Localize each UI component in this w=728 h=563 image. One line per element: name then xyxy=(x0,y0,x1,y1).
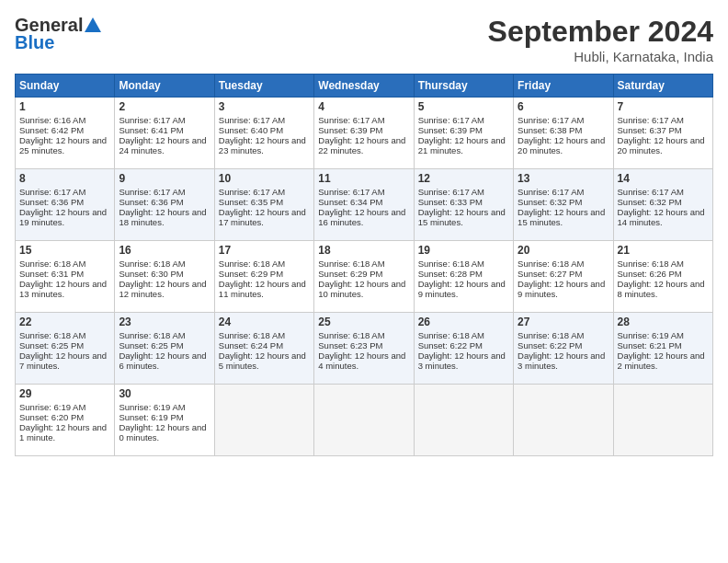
sunset-text: Sunset: 6:27 PM xyxy=(518,269,582,279)
sunset-text: Sunset: 6:40 PM xyxy=(219,125,283,135)
calendar-table: SundayMondayTuesdayWednesdayThursdayFrid… xyxy=(15,74,713,456)
day-number: 7 xyxy=(618,100,709,113)
sunset-text: Sunset: 6:26 PM xyxy=(618,269,682,279)
day-number: 9 xyxy=(119,172,210,185)
calendar-day-cell xyxy=(613,385,712,456)
sunset-text: Sunset: 6:29 PM xyxy=(219,269,283,279)
sunrise-text: Sunrise: 6:19 AM xyxy=(19,402,85,412)
calendar-day-cell: 26Sunrise: 6:18 AMSunset: 6:22 PMDayligh… xyxy=(414,313,513,385)
daylight-text: Daylight: 12 hours and 24 minutes. xyxy=(119,135,206,155)
daylight-text: Daylight: 12 hours and 0 minutes. xyxy=(119,422,206,442)
logo: General Blue xyxy=(15,15,103,53)
sunrise-text: Sunrise: 6:18 AM xyxy=(19,330,85,340)
calendar-day-cell: 28Sunrise: 6:19 AMSunset: 6:21 PMDayligh… xyxy=(613,313,712,385)
day-number: 15 xyxy=(19,244,110,257)
calendar-day-cell: 16Sunrise: 6:18 AMSunset: 6:30 PMDayligh… xyxy=(115,241,214,313)
calendar-day-cell: 14Sunrise: 6:17 AMSunset: 6:32 PMDayligh… xyxy=(613,169,712,241)
calendar-week-row: 8Sunrise: 6:17 AMSunset: 6:36 PMDaylight… xyxy=(16,169,713,241)
calendar-week-row: 1Sunrise: 6:16 AMSunset: 6:42 PMDaylight… xyxy=(16,98,713,169)
sunset-text: Sunset: 6:24 PM xyxy=(219,340,283,350)
daylight-text: Daylight: 12 hours and 20 minutes. xyxy=(618,135,705,155)
sunrise-text: Sunrise: 6:17 AM xyxy=(318,187,384,197)
calendar-day-cell: 30Sunrise: 6:19 AMSunset: 6:19 PMDayligh… xyxy=(115,385,214,456)
calendar-header-cell: Wednesday xyxy=(314,75,414,98)
sunrise-text: Sunrise: 6:17 AM xyxy=(19,187,85,197)
calendar-day-cell: 22Sunrise: 6:18 AMSunset: 6:25 PMDayligh… xyxy=(16,313,115,385)
sunrise-text: Sunrise: 6:17 AM xyxy=(119,115,185,125)
day-number: 21 xyxy=(618,244,709,257)
daylight-text: Daylight: 12 hours and 25 minutes. xyxy=(19,135,107,155)
sunset-text: Sunset: 6:42 PM xyxy=(19,125,84,135)
calendar-header-cell: Tuesday xyxy=(214,75,313,98)
day-number: 12 xyxy=(418,172,509,185)
day-number: 23 xyxy=(119,316,210,328)
calendar-day-cell: 11Sunrise: 6:17 AMSunset: 6:34 PMDayligh… xyxy=(314,169,414,241)
calendar-day-cell: 6Sunrise: 6:17 AMSunset: 6:38 PMDaylight… xyxy=(514,98,613,169)
day-number: 14 xyxy=(618,172,709,185)
day-number: 30 xyxy=(119,387,210,400)
sunrise-text: Sunrise: 6:17 AM xyxy=(618,115,684,125)
sunset-text: Sunset: 6:39 PM xyxy=(318,125,382,135)
day-number: 10 xyxy=(219,172,310,185)
day-number: 26 xyxy=(418,316,509,328)
calendar-week-row: 22Sunrise: 6:18 AMSunset: 6:25 PMDayligh… xyxy=(16,313,713,385)
daylight-text: Daylight: 12 hours and 3 minutes. xyxy=(418,350,506,371)
sunrise-text: Sunrise: 6:17 AM xyxy=(518,187,584,197)
daylight-text: Daylight: 12 hours and 5 minutes. xyxy=(219,350,306,371)
daylight-text: Daylight: 12 hours and 22 minutes. xyxy=(318,135,405,155)
sunset-text: Sunset: 6:38 PM xyxy=(518,125,582,135)
sunset-text: Sunset: 6:31 PM xyxy=(19,269,84,279)
calendar-day-cell: 25Sunrise: 6:18 AMSunset: 6:23 PMDayligh… xyxy=(314,313,414,385)
sunset-text: Sunset: 6:35 PM xyxy=(219,197,283,207)
day-number: 20 xyxy=(518,244,609,257)
calendar-day-cell: 1Sunrise: 6:16 AMSunset: 6:42 PMDaylight… xyxy=(16,98,115,169)
sunset-text: Sunset: 6:37 PM xyxy=(618,125,682,135)
day-number: 6 xyxy=(518,100,609,113)
daylight-text: Daylight: 12 hours and 12 minutes. xyxy=(119,279,206,299)
day-number: 18 xyxy=(318,244,409,257)
daylight-text: Daylight: 12 hours and 23 minutes. xyxy=(219,135,306,155)
calendar-day-cell xyxy=(414,385,513,456)
sunrise-text: Sunrise: 6:18 AM xyxy=(418,330,484,340)
daylight-text: Daylight: 12 hours and 13 minutes. xyxy=(19,279,107,299)
daylight-text: Daylight: 12 hours and 7 minutes. xyxy=(19,350,107,371)
daylight-text: Daylight: 12 hours and 15 minutes. xyxy=(418,207,506,227)
calendar-day-cell: 8Sunrise: 6:17 AMSunset: 6:36 PMDaylight… xyxy=(16,169,115,241)
sunset-text: Sunset: 6:34 PM xyxy=(318,197,382,207)
calendar-header-cell: Friday xyxy=(514,75,613,98)
calendar-day-cell: 21Sunrise: 6:18 AMSunset: 6:26 PMDayligh… xyxy=(613,241,712,313)
calendar-week-row: 29Sunrise: 6:19 AMSunset: 6:20 PMDayligh… xyxy=(16,385,713,456)
day-number: 1 xyxy=(19,100,110,113)
logo-icon xyxy=(83,16,103,36)
sunset-text: Sunset: 6:30 PM xyxy=(119,269,183,279)
daylight-text: Daylight: 12 hours and 9 minutes. xyxy=(518,279,605,299)
daylight-text: Daylight: 12 hours and 10 minutes. xyxy=(318,279,405,299)
month-title: September 2024 xyxy=(488,15,713,49)
daylight-text: Daylight: 12 hours and 8 minutes. xyxy=(618,279,705,299)
sunrise-text: Sunrise: 6:18 AM xyxy=(119,330,185,340)
sunrise-text: Sunrise: 6:17 AM xyxy=(318,115,384,125)
calendar-day-cell: 12Sunrise: 6:17 AMSunset: 6:33 PMDayligh… xyxy=(414,169,513,241)
title-block: September 2024 Hubli, Karnataka, India xyxy=(488,15,713,64)
calendar-day-cell: 18Sunrise: 6:18 AMSunset: 6:29 PMDayligh… xyxy=(314,241,414,313)
svg-marker-0 xyxy=(85,17,101,32)
calendar-day-cell: 5Sunrise: 6:17 AMSunset: 6:39 PMDaylight… xyxy=(414,98,513,169)
sunset-text: Sunset: 6:28 PM xyxy=(418,269,483,279)
calendar-day-cell: 15Sunrise: 6:18 AMSunset: 6:31 PMDayligh… xyxy=(16,241,115,313)
sunrise-text: Sunrise: 6:18 AM xyxy=(318,330,384,340)
sunset-text: Sunset: 6:39 PM xyxy=(418,125,483,135)
calendar-header-cell: Thursday xyxy=(414,75,513,98)
sunrise-text: Sunrise: 6:19 AM xyxy=(119,402,185,412)
sunrise-text: Sunrise: 6:18 AM xyxy=(418,259,484,269)
day-number: 4 xyxy=(318,100,409,113)
sunrise-text: Sunrise: 6:17 AM xyxy=(418,187,484,197)
daylight-text: Daylight: 12 hours and 11 minutes. xyxy=(219,279,306,299)
calendar-day-cell: 29Sunrise: 6:19 AMSunset: 6:20 PMDayligh… xyxy=(16,385,115,456)
daylight-text: Daylight: 12 hours and 19 minutes. xyxy=(19,207,107,227)
sunset-text: Sunset: 6:19 PM xyxy=(119,412,183,422)
day-number: 22 xyxy=(19,316,110,328)
day-number: 5 xyxy=(418,100,509,113)
sunrise-text: Sunrise: 6:18 AM xyxy=(518,330,584,340)
calendar-day-cell: 7Sunrise: 6:17 AMSunset: 6:37 PMDaylight… xyxy=(613,98,712,169)
daylight-text: Daylight: 12 hours and 17 minutes. xyxy=(219,207,306,227)
